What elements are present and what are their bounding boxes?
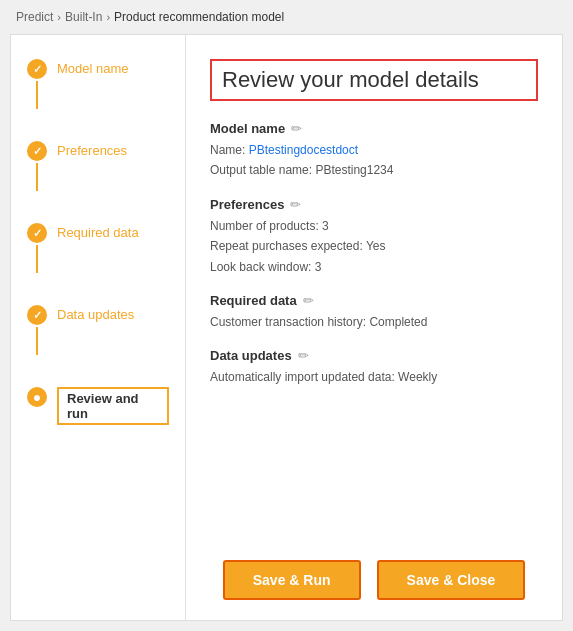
step-connector-1 — [36, 81, 38, 109]
transaction-history-value: Completed — [369, 315, 427, 329]
section-model-name-edit-icon[interactable]: ✏ — [291, 121, 302, 136]
step-required-data[interactable]: Required data — [27, 223, 169, 305]
breadcrumb-predict[interactable]: Predict — [16, 10, 53, 24]
breadcrumb-builtin[interactable]: Built-In — [65, 10, 102, 24]
breadcrumb-sep-1: › — [57, 11, 61, 23]
section-model-name-row-1: Name: PBtestingdocestdoct — [210, 140, 538, 160]
breadcrumb-current: Product recommendation model — [114, 10, 284, 24]
step-preferences[interactable]: Preferences — [27, 141, 169, 223]
step-connector-3 — [36, 245, 38, 273]
look-back-value: 3 — [315, 260, 322, 274]
pref-row-3: Look back window: 3 — [210, 257, 538, 277]
step-model-name[interactable]: Model name — [27, 59, 169, 141]
step-review-run-icon — [27, 387, 47, 407]
step-data-updates-label: Data updates — [57, 305, 134, 322]
section-model-name: Model name ✏ Name: PBtestingdocestdoct O… — [210, 121, 538, 181]
step-connector-4 — [36, 327, 38, 355]
main-container: Predict › Built-In › Product recommendat… — [0, 0, 573, 631]
section-model-name-title: Model name — [210, 121, 285, 136]
pref-row-2: Repeat purchases expected: Yes — [210, 236, 538, 256]
step-review-run-label: Review and run — [57, 387, 169, 425]
right-panel: Review your model details Model name ✏ N… — [186, 35, 562, 620]
section-data-updates-header: Data updates ✏ — [210, 348, 538, 363]
stepper: Model name Preferences Required data — [11, 35, 186, 620]
section-required-data: Required data ✏ Customer transaction his… — [210, 293, 538, 332]
section-preferences: Preferences ✏ Number of products: 3 Repe… — [210, 197, 538, 277]
step-required-data-icon-container — [27, 223, 47, 273]
section-preferences-title: Preferences — [210, 197, 284, 212]
required-data-row-1: Customer transaction history: Completed — [210, 312, 538, 332]
step-required-data-icon — [27, 223, 47, 243]
section-data-updates: Data updates ✏ Automatically import upda… — [210, 348, 538, 387]
step-model-name-icon — [27, 59, 47, 79]
section-model-name-row-2: Output table name: PBtesting1234 — [210, 160, 538, 180]
step-review-run-icon-container — [27, 387, 47, 407]
section-preferences-header: Preferences ✏ — [210, 197, 538, 212]
section-required-data-header: Required data ✏ — [210, 293, 538, 308]
repeat-purchases-value: Yes — [366, 239, 386, 253]
breadcrumb: Predict › Built-In › Product recommendat… — [0, 0, 573, 34]
step-preferences-label: Preferences — [57, 141, 127, 158]
save-run-button[interactable]: Save & Run — [223, 560, 361, 600]
step-preferences-icon — [27, 141, 47, 161]
section-data-updates-title: Data updates — [210, 348, 292, 363]
section-required-data-title: Required data — [210, 293, 297, 308]
num-products-value: 3 — [322, 219, 329, 233]
section-required-data-edit-icon[interactable]: ✏ — [303, 293, 314, 308]
panel-title: Review your model details — [210, 59, 538, 101]
auto-import-value: Weekly — [398, 370, 437, 384]
step-model-name-icon-container — [27, 59, 47, 109]
step-review-run[interactable]: Review and run — [27, 387, 169, 425]
section-data-updates-edit-icon[interactable]: ✏ — [298, 348, 309, 363]
step-model-name-label: Model name — [57, 59, 129, 76]
save-close-button[interactable]: Save & Close — [377, 560, 526, 600]
breadcrumb-sep-2: › — [106, 11, 110, 23]
content-area: Model name Preferences Required data — [10, 34, 563, 621]
section-preferences-edit-icon[interactable]: ✏ — [290, 197, 301, 212]
pref-row-1: Number of products: 3 — [210, 216, 538, 236]
step-preferences-icon-container — [27, 141, 47, 191]
step-data-updates-icon — [27, 305, 47, 325]
step-data-updates[interactable]: Data updates — [27, 305, 169, 387]
step-data-updates-icon-container — [27, 305, 47, 355]
step-connector-2 — [36, 163, 38, 191]
button-row: Save & Run Save & Close — [210, 544, 538, 600]
model-name-value: PBtestingdocestdoct — [249, 143, 358, 157]
output-table-value: PBtesting1234 — [315, 163, 393, 177]
data-updates-row-1: Automatically import updated data: Weekl… — [210, 367, 538, 387]
section-model-name-header: Model name ✏ — [210, 121, 538, 136]
step-required-data-label: Required data — [57, 223, 139, 240]
